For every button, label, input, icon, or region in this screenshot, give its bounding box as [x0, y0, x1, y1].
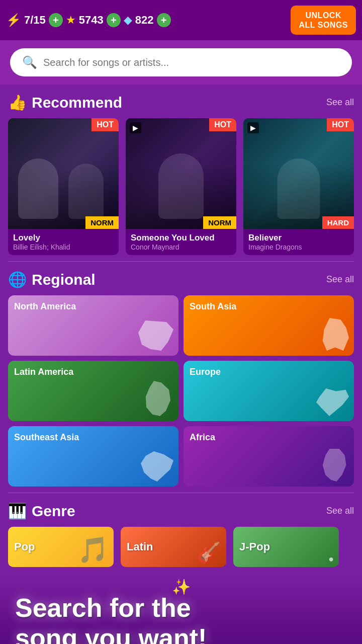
- regional-see-all[interactable]: See all: [326, 274, 354, 285]
- song-info-someone: Someone You Loved Conor Maynard: [126, 229, 236, 255]
- hot-badge-lovely: HOT: [92, 118, 119, 131]
- bottom-banner: ✨ Search for the song you want!: [0, 573, 362, 644]
- region-label-na: North America: [14, 301, 76, 312]
- song-artist-lovely: Billie Eilish; Khalid: [13, 243, 114, 251]
- region-label-sa: South Asia: [190, 301, 236, 312]
- genre-scroll: Pop 🎵 Latin 🎸 J-Pop ●: [8, 527, 354, 567]
- map-eu: [316, 388, 349, 416]
- map-na: [138, 320, 173, 351]
- genre-see-all[interactable]: See all: [326, 506, 354, 516]
- song-info-believer: Believer Imagine Dragons: [243, 229, 354, 255]
- regional-card-europe[interactable]: Europe: [184, 361, 354, 421]
- song-thumb-someone: HOT ▶ NORM: [126, 118, 236, 229]
- genre-card-latin[interactable]: Latin 🎸: [121, 527, 226, 567]
- map-sa: [321, 318, 349, 351]
- sparkle-icon: ✨: [172, 578, 191, 596]
- regional-card-latin-america[interactable]: Latin America: [8, 361, 178, 421]
- regional-card-south-asia[interactable]: South Asia: [184, 295, 354, 356]
- search-input[interactable]: [43, 57, 340, 68]
- region-label-sea: Southeast Asia: [14, 432, 79, 443]
- map-sea: [141, 451, 173, 481]
- recommend-section: 👍 Recommend See all HOT NORM Lovely Bill…: [0, 85, 362, 261]
- difficulty-lovely: NORM: [85, 216, 119, 229]
- globe-icon: 🌐: [8, 271, 27, 288]
- play-badge-believer: ▶: [247, 122, 259, 133]
- songs-scroll: HOT NORM Lovely Billie Eilish; Khalid HO…: [8, 118, 354, 255]
- difficulty-believer: HARD: [322, 216, 354, 229]
- song-thumb-lovely: HOT NORM: [8, 118, 119, 229]
- stars-plus-button[interactable]: +: [107, 13, 121, 27]
- star-icon: ★: [66, 14, 76, 27]
- thumbs-up-icon: 👍: [8, 94, 27, 111]
- diamond-icon: ◆: [124, 14, 132, 27]
- genre-label-pop: Pop: [14, 540, 35, 553]
- search-section: 🔍: [0, 40, 362, 85]
- piano-icon: 🎹: [8, 502, 27, 520]
- search-icon: 🔍: [22, 55, 37, 69]
- song-name-believer: Believer: [248, 233, 349, 243]
- diamonds-plus-button[interactable]: +: [157, 13, 171, 27]
- song-name-someone: Someone You Loved: [131, 233, 231, 243]
- energy-plus-button[interactable]: +: [49, 13, 63, 27]
- recommend-see-all[interactable]: See all: [326, 97, 354, 108]
- regional-grid: North America South Asia Latin America E…: [8, 295, 354, 487]
- song-card-someone[interactable]: HOT ▶ NORM Someone You Loved Conor Mayna…: [126, 118, 236, 255]
- genre-label-jpop: J-Pop: [239, 540, 270, 553]
- region-label-af: Africa: [190, 432, 215, 443]
- recommend-title: 👍 Recommend: [8, 94, 122, 111]
- energy-count: 7/15: [24, 14, 46, 27]
- recommend-header: 👍 Recommend See all: [8, 94, 354, 111]
- top-bar: ⚡ 7/15 + ★ 5743 + ◆ 822 + UNLOCKALL SONG…: [0, 0, 362, 40]
- regional-card-africa[interactable]: Africa: [184, 426, 354, 487]
- diamonds-count: 822: [135, 14, 154, 27]
- genre-card-pop[interactable]: Pop 🎵: [8, 527, 114, 567]
- hot-badge-believer: HOT: [327, 118, 354, 131]
- regional-section: 🌐 Regional See all North America South A…: [0, 262, 362, 493]
- regional-header: 🌐 Regional See all: [8, 271, 354, 288]
- genre-header: 🎹 Genre See all: [8, 502, 354, 520]
- play-badge-someone: ▶: [130, 122, 141, 133]
- search-bar[interactable]: 🔍: [10, 48, 352, 76]
- genre-section: 🎹 Genre See all Pop 🎵 Latin 🎸 J-Pop ●: [0, 493, 362, 573]
- genre-label-latin: Latin: [127, 540, 153, 553]
- unlock-all-songs-button[interactable]: UNLOCKALL SONGS: [291, 6, 356, 35]
- region-label-eu: Europe: [190, 367, 221, 377]
- genre-title: 🎹 Genre: [8, 502, 75, 520]
- energy-icon: ⚡: [6, 13, 21, 27]
- regional-card-southeast-asia[interactable]: Southeast Asia: [8, 426, 178, 487]
- song-name-lovely: Lovely: [13, 233, 114, 243]
- genre-card-jpop[interactable]: J-Pop ●: [233, 527, 339, 567]
- song-thumb-believer: HOT ▶ HARD: [243, 118, 354, 229]
- song-card-believer[interactable]: HOT ▶ HARD Believer Imagine Dragons: [243, 118, 354, 255]
- song-card-lovely[interactable]: HOT NORM Lovely Billie Eilish; Khalid: [8, 118, 119, 255]
- stars-count: 5743: [79, 14, 104, 27]
- song-artist-someone: Conor Maynard: [131, 243, 231, 251]
- regional-title: 🌐 Regional: [8, 271, 96, 288]
- difficulty-someone: NORM: [203, 216, 236, 229]
- song-artist-believer: Imagine Dragons: [248, 243, 349, 251]
- banner-text: Search for the song you want!: [15, 593, 347, 644]
- regional-card-north-america[interactable]: North America: [8, 295, 178, 356]
- song-info-lovely: Lovely Billie Eilish; Khalid: [8, 229, 119, 255]
- hot-badge-someone: HOT: [209, 118, 236, 131]
- region-label-la: Latin America: [14, 367, 73, 377]
